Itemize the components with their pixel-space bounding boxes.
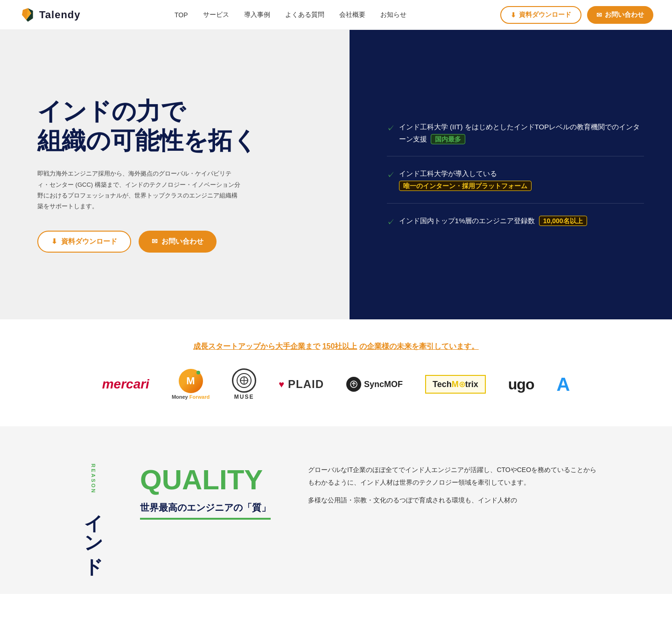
clients-heading: 成長スタートアップから大手企業まで 150社以上 の企業様の未来を牽引しています… [0,342,672,352]
muse-label: MUSE [234,394,254,400]
nav-contact-button[interactable]: ✉ お問い合わせ [587,6,653,24]
check-icon-1: ✓ [387,122,394,134]
nav-news[interactable]: お知らせ [380,11,406,19]
hero-title: インドの力で 組織の可能性を拓く [37,97,322,155]
clients-section: 成長スタートアップから大手企業まで 150社以上 の企業様の未来を牽引しています… [0,319,672,426]
reason-desc-2: 多様な公用語・宗教・文化のるつぼで育成される環境も、インド人材の [308,494,597,507]
highlight-only-platform: 唯一のインターン・採用プラットフォーム [399,181,532,191]
download-icon: ⬇ [51,237,57,246]
quality-title: QUALITY [140,464,280,496]
logo-icon [19,7,35,23]
reason-label: REASON [91,464,96,494]
nav-cases[interactable]: 導入事例 [244,11,270,19]
nav-about[interactable]: 会社概要 [339,11,365,19]
logo-partial: A [556,374,570,395]
reason-main: QUALITY 世界最高のエンジニアの「質」 グローバルなIT企業のほぼ全てでイ… [140,464,597,520]
download-icon: ⬇ [511,11,516,19]
logo-techmatrix: TechM⊙trix [425,375,486,394]
navbar: Talendy TOP サービス 導入事例 よくある質問 会社概要 お知らせ ⬇… [0,0,672,30]
reason-desc-1: グローバルなIT企業のほぼ全てでインド人エンジニアが活躍し、CTOやCEOを務め… [308,464,597,488]
logo-syncmof: SyncMOF [346,377,403,392]
mail-icon: ✉ [152,237,158,246]
logo-text: Talendy [39,9,81,21]
mf-dot-icon [196,371,200,374]
reason-sidebar: REASON インド [75,464,112,566]
hero-download-button[interactable]: ⬇ 資料ダウンロード [37,231,131,253]
logo-money-forward: M Money Forward [172,369,210,400]
highlight-10000: 10,000名以上 [539,216,587,226]
logo[interactable]: Talendy [19,7,81,23]
hero-section: インドの力で 組織の可能性を拓く 即戦力海外エンジニア採用から、海外拠点のグロー… [0,30,672,319]
nav-top[interactable]: TOP [175,11,188,19]
hero-buttons: ⬇ 資料ダウンロード ✉ お問い合わせ [37,231,322,253]
muse-circle-icon [232,368,256,393]
mf-circle-icon: M [179,369,203,393]
logo-muse: MUSE [232,368,256,400]
logo-plaid: ♥ PLAID [279,378,324,391]
reason-quality: QUALITY 世界最高のエンジニアの「質」 [140,464,280,520]
nav-links: TOP サービス 導入事例 よくある質問 会社概要 お知らせ [175,11,406,19]
plaid-heart-icon: ♥ [279,379,284,390]
clients-logos: mercari M Money Forward [0,368,672,400]
feature-item-2: ✓ インド工科大学が導入している 唯一のインターン・採用プラットフォーム [387,156,644,203]
reason-description: グローバルなIT企業のほぼ全てでインド人エンジニアが活躍し、CTOやCEOを務め… [308,464,597,520]
reason-jp-vertical: インド [83,501,104,566]
hero-description: 即戦力海外エンジニア採用から、海外拠点のグローバル・ケイパビリティ・センター (… [37,168,243,212]
reason-section: REASON インド QUALITY 世界最高のエンジニアの「質」 グローバルな… [0,426,672,594]
nav-buttons: ⬇ 資料ダウンロード ✉ お問い合わせ [500,6,653,24]
hero-contact-button[interactable]: ✉ お問い合わせ [139,231,217,253]
hero-left: インドの力で 組織の可能性を拓く 即戦力海外エンジニア採用から、海外拠点のグロー… [0,30,350,319]
feature-item-3: ✓ インド国内トップ1%層のエンジニア登録数 10,000名以上 [387,204,644,228]
check-icon-2: ✓ [387,169,394,181]
logo-mercari: mercari [102,377,149,392]
clients-count: 150社以上 [322,342,357,350]
reason-inner: REASON インド QUALITY 世界最高のエンジニアの「質」 グローバルな… [56,464,616,566]
syncmof-icon [346,377,361,392]
nav-download-button[interactable]: ⬇ 資料ダウンロード [500,6,581,24]
logo-ugo: ugo [508,376,534,393]
feature-item-1: ✓ インド工科大学 (IIT) をはじめとしたインドTOPレベルの教育機関でのイ… [387,121,644,156]
check-icon-3: ✓ [387,216,394,228]
nav-service[interactable]: サービス [203,11,229,19]
nav-faq[interactable]: よくある質問 [285,11,324,19]
quality-sub: 世界最高のエンジニアの「質」 [140,501,271,520]
mail-icon: ✉ [596,11,602,19]
highlight-domestic-most: 国内最多 [431,134,465,144]
hero-right: ✓ インド工科大学 (IIT) をはじめとしたインドTOPレベルの教育機関でのイ… [350,30,672,319]
